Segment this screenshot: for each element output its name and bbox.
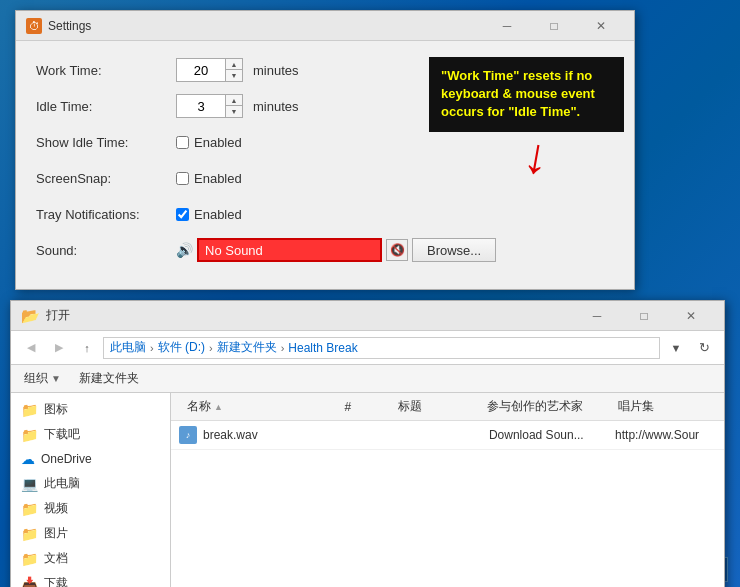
sound-mute-button[interactable]: 🔇 (386, 239, 408, 261)
dialog-maximize-button[interactable]: □ (621, 304, 667, 328)
sound-control: 🔊 No Sound 🔇 Browse... (176, 238, 496, 262)
settings-titlebar: Settings ─ □ ✕ (16, 11, 634, 41)
col-header-name[interactable]: 名称 ▲ (179, 396, 336, 417)
col-artist-label: 参与创作的艺术家 (487, 398, 583, 415)
tray-notifications-checkbox[interactable] (176, 208, 189, 221)
desktop: Settings ─ □ ✕ "Work Time" resets if no … (0, 0, 740, 587)
file-name: break.wav (203, 428, 354, 442)
sound-label: Sound: (36, 243, 176, 258)
browse-button[interactable]: Browse... (412, 238, 496, 262)
sidebar-item-documents[interactable]: 📁 文档 (11, 546, 170, 571)
sidebar-item-video[interactable]: 📁 视频 (11, 496, 170, 521)
pictures-folder-icon: 📁 (21, 526, 38, 542)
sidebar-item-icons[interactable]: 📁 图标 (11, 397, 170, 422)
settings-title: Settings (48, 19, 91, 33)
sep1: › (150, 342, 154, 354)
sort-arrow: ▲ (214, 402, 223, 412)
show-idle-control: Enabled (176, 135, 242, 150)
screensnap-label: ScreenSnap: (36, 171, 176, 186)
refresh-button[interactable]: ↻ (692, 337, 716, 359)
window-controls: ─ □ ✕ (484, 14, 624, 38)
speaker-icon: 🔊 (176, 242, 193, 258)
new-folder-button[interactable]: 新建文件夹 (74, 368, 144, 389)
col-header-artist[interactable]: 参与创作的艺术家 (479, 396, 611, 417)
screensnap-checkbox-label: Enabled (194, 171, 242, 186)
file-list-header: 名称 ▲ # 标题 参与创作的艺术家 唱片集 (171, 393, 724, 421)
dropdown-button[interactable]: ▼ (664, 337, 688, 359)
show-idle-checkbox-label: Enabled (194, 135, 242, 150)
work-time-unit: minutes (253, 63, 299, 78)
title-left: Settings (26, 18, 91, 34)
col-album-label: 唱片集 (618, 398, 654, 415)
col-header-title[interactable]: 标题 (390, 396, 478, 417)
file-artist: Download Soun... (489, 428, 615, 442)
col-name-label: 名称 (187, 398, 211, 415)
dialog-file-area: 名称 ▲ # 标题 参与创作的艺术家 唱片集 (171, 393, 724, 587)
sidebar-item-computer-label: 此电脑 (44, 475, 80, 492)
sidebar-item-xiazaiba[interactable]: 📁 下载吧 (11, 422, 170, 447)
idle-time-down[interactable]: ▼ (226, 106, 242, 117)
file-audio-icon: ♪ (179, 426, 197, 444)
organize-button[interactable]: 组织 ▼ (19, 368, 66, 389)
up-button[interactable]: ↑ (75, 337, 99, 359)
back-button[interactable]: ◀ (19, 337, 43, 359)
documents-folder-icon: 📁 (21, 551, 38, 567)
dialog-minimize-button[interactable]: ─ (574, 304, 620, 328)
work-time-up[interactable]: ▲ (226, 59, 242, 70)
sound-value[interactable]: No Sound (197, 238, 382, 262)
organize-label: 组织 (24, 370, 48, 387)
idle-time-label: Idle Time: (36, 99, 176, 114)
sound-row: Sound: 🔊 No Sound 🔇 Browse... (36, 237, 614, 263)
col-header-album[interactable]: 唱片集 (610, 396, 716, 417)
table-row[interactable]: ♪ break.wav Download Soun... http://www.… (171, 421, 724, 450)
sidebar-item-pictures-label: 图片 (44, 525, 68, 542)
path-new-folder[interactable]: 新建文件夹 (217, 339, 277, 356)
idle-time-unit: minutes (253, 99, 299, 114)
path-health-break[interactable]: Health Break (288, 341, 357, 355)
path-drive[interactable]: 软件 (D:) (158, 339, 205, 356)
sidebar-item-onedrive-label: OneDrive (41, 452, 92, 466)
open-dialog: 📂 打开 ─ □ ✕ ◀ ▶ ↑ 此电脑 › 软件 (D:) › 新建文件夹 ›… (10, 300, 725, 587)
sidebar-item-onedrive[interactable]: ☁ OneDrive (11, 447, 170, 471)
forward-button[interactable]: ▶ (47, 337, 71, 359)
maximize-button[interactable]: □ (531, 14, 577, 38)
dialog-folder-icon: 📂 (21, 307, 40, 325)
settings-window: Settings ─ □ ✕ "Work Time" resets if no … (15, 10, 635, 290)
path-computer[interactable]: 此电脑 (110, 339, 146, 356)
address-path[interactable]: 此电脑 › 软件 (D:) › 新建文件夹 › Health Break (103, 337, 660, 359)
work-time-control: ▲ ▼ minutes (176, 58, 299, 82)
screensnap-checkbox[interactable] (176, 172, 189, 185)
work-time-input[interactable] (177, 59, 225, 81)
close-button[interactable]: ✕ (578, 14, 624, 38)
dialog-titlebar: 📂 打开 ─ □ ✕ (11, 301, 724, 331)
sep3: › (281, 342, 285, 354)
sidebar-item-xiazaiba-label: 下载吧 (44, 426, 80, 443)
sidebar-item-pictures[interactable]: 📁 图片 (11, 521, 170, 546)
organize-dropdown: ▼ (51, 373, 61, 384)
col-header-num[interactable]: # (336, 396, 390, 417)
sep2: › (209, 342, 213, 354)
dialog-close-button[interactable]: ✕ (668, 304, 714, 328)
tray-notifications-row: Tray Notifications: Enabled (36, 201, 614, 227)
idle-time-input-group: ▲ ▼ (176, 94, 243, 118)
col-title-label: 标题 (398, 398, 422, 415)
xiazaiba-folder-icon: 📁 (21, 427, 38, 443)
computer-icon: 💻 (21, 476, 38, 492)
work-time-down[interactable]: ▼ (226, 70, 242, 81)
dialog-title-left: 📂 打开 (21, 307, 70, 325)
video-folder-icon: 📁 (21, 501, 38, 517)
idle-time-up[interactable]: ▲ (226, 95, 242, 106)
dialog-window-controls: ─ □ ✕ (574, 304, 714, 328)
col-num-label: # (344, 400, 351, 414)
idle-time-input[interactable] (177, 95, 225, 117)
sidebar-item-downloads[interactable]: 📥 下载 (11, 571, 170, 587)
dialog-title-text: 打开 (46, 307, 70, 324)
tooltip-box: "Work Time" resets if no keyboard & mous… (429, 57, 624, 132)
downloads-folder-icon: 📥 (21, 576, 38, 588)
minimize-button[interactable]: ─ (484, 14, 530, 38)
show-idle-checkbox[interactable] (176, 136, 189, 149)
settings-content: "Work Time" resets if no keyboard & mous… (16, 41, 634, 289)
tray-notifications-checkbox-label: Enabled (194, 207, 242, 222)
sidebar-item-downloads-label: 下载 (44, 575, 68, 587)
sidebar-item-computer[interactable]: 💻 此电脑 (11, 471, 170, 496)
